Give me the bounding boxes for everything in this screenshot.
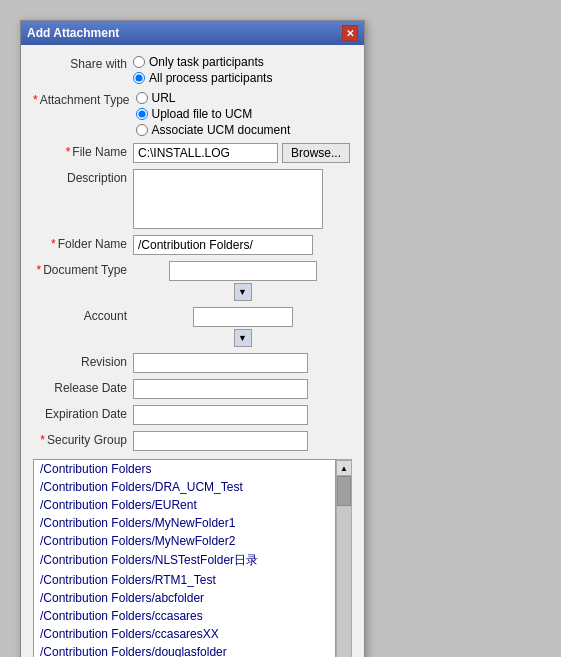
document-type-content: ▼ xyxy=(133,261,352,301)
file-name-required: * xyxy=(66,145,71,159)
dialog-titlebar: Add Attachment ✕ xyxy=(21,21,364,45)
security-group-row: *Security Group xyxy=(33,431,352,451)
file-name-content: Browse... xyxy=(133,143,352,163)
folder-name-required: * xyxy=(51,237,56,251)
folder-name-content xyxy=(133,235,352,255)
folder-dropdown-list[interactable]: /Contribution Folders/Contribution Folde… xyxy=(33,459,336,657)
attachment-associate-radio[interactable] xyxy=(136,124,148,136)
close-button[interactable]: ✕ xyxy=(342,25,358,41)
document-type-input[interactable] xyxy=(169,261,317,281)
share-all-process-radio[interactable] xyxy=(133,72,145,84)
expiration-date-content xyxy=(133,405,352,425)
file-name-label: *File Name xyxy=(33,143,133,159)
share-only-task-label: Only task participants xyxy=(149,55,264,69)
list-item[interactable]: /Contribution Folders/abcfolder xyxy=(34,589,335,607)
attachment-associate-row: Associate UCM document xyxy=(136,123,352,137)
document-type-required: * xyxy=(37,263,42,277)
dialog-body: Share with Only task participants All pr… xyxy=(21,45,364,657)
share-only-task-row: Only task participants xyxy=(133,55,352,69)
share-all-process-row: All process participants xyxy=(133,71,352,85)
list-item[interactable]: /Contribution Folders/RTM1_Test xyxy=(34,571,335,589)
description-content xyxy=(133,169,352,229)
account-row: Account ▼ xyxy=(33,307,352,347)
browse-button[interactable]: Browse... xyxy=(282,143,350,163)
description-textarea[interactable] xyxy=(133,169,323,229)
attachment-url-label: URL xyxy=(152,91,176,105)
dialog-title: Add Attachment xyxy=(27,26,119,40)
list-item[interactable]: /Contribution Folders/DRA_UCM_Test xyxy=(34,478,335,496)
release-date-label: Release Date xyxy=(33,379,133,395)
release-date-row: Release Date xyxy=(33,379,352,399)
description-row: Description xyxy=(33,169,352,229)
scrollbar[interactable]: ▲ ▼ xyxy=(336,459,352,657)
release-date-input[interactable] xyxy=(133,379,308,399)
attachment-type-row: *Attachment Type URL Upload file to UCM … xyxy=(33,91,352,137)
scroll-up-button[interactable]: ▲ xyxy=(336,460,352,476)
attachment-type-label: *Attachment Type xyxy=(33,91,136,107)
description-label: Description xyxy=(33,169,133,185)
attachment-upload-row: Upload file to UCM xyxy=(136,107,352,121)
security-group-content xyxy=(133,431,352,451)
revision-row: Revision xyxy=(33,353,352,373)
document-type-label: *Document Type xyxy=(33,261,133,277)
list-item[interactable]: /Contribution Folders/MyNewFolder2 xyxy=(34,532,335,550)
file-name-input[interactable] xyxy=(133,143,278,163)
list-item[interactable]: /Contribution Folders/douglasfolder xyxy=(34,643,335,657)
release-date-content xyxy=(133,379,352,399)
expiration-date-input[interactable] xyxy=(133,405,308,425)
expiration-date-label: Expiration Date xyxy=(33,405,133,421)
share-with-options: Only task participants All process parti… xyxy=(133,55,352,85)
folder-name-label: *Folder Name xyxy=(33,235,133,251)
list-item[interactable]: /Contribution Folders/NLSTestFolder日录 xyxy=(34,550,335,571)
list-item[interactable]: /Contribution Folders/ccasaresXX xyxy=(34,625,335,643)
attachment-upload-radio[interactable] xyxy=(136,108,148,120)
list-item[interactable]: /Contribution Folders/MyNewFolder1 xyxy=(34,514,335,532)
list-item[interactable]: /Contribution Folders/ccasares xyxy=(34,607,335,625)
scroll-thumb[interactable] xyxy=(337,476,351,506)
list-item[interactable]: /Contribution Folders xyxy=(34,460,335,478)
attachment-type-required: * xyxy=(33,93,38,107)
folder-name-input[interactable] xyxy=(133,235,313,255)
account-input[interactable] xyxy=(193,307,293,327)
security-group-label: *Security Group xyxy=(33,431,133,447)
expiration-date-row: Expiration Date xyxy=(33,405,352,425)
add-attachment-dialog: Add Attachment ✕ Share with Only task pa… xyxy=(20,20,365,657)
share-only-task-radio[interactable] xyxy=(133,56,145,68)
account-label: Account xyxy=(33,307,133,323)
folder-dropdown-container: /Contribution Folders/Contribution Folde… xyxy=(33,459,352,657)
attachment-url-radio[interactable] xyxy=(136,92,148,104)
attachment-url-row: URL xyxy=(136,91,352,105)
revision-label: Revision xyxy=(33,353,133,369)
attachment-type-options: URL Upload file to UCM Associate UCM doc… xyxy=(136,91,352,137)
attachment-associate-label: Associate UCM document xyxy=(152,123,291,137)
document-type-row: *Document Type ▼ xyxy=(33,261,352,301)
revision-input[interactable] xyxy=(133,353,308,373)
security-group-required: * xyxy=(40,433,45,447)
share-with-row: Share with Only task participants All pr… xyxy=(33,55,352,85)
file-name-input-row: Browse... xyxy=(133,143,352,163)
scroll-track xyxy=(337,476,351,657)
share-all-process-label: All process participants xyxy=(149,71,272,85)
list-item[interactable]: /Contribution Folders/EURent xyxy=(34,496,335,514)
folder-name-row: *Folder Name xyxy=(33,235,352,255)
attachment-upload-label: Upload file to UCM xyxy=(152,107,253,121)
account-content: ▼ xyxy=(133,307,352,347)
file-name-row: *File Name Browse... xyxy=(33,143,352,163)
account-dropdown-arrow[interactable]: ▼ xyxy=(234,329,252,347)
revision-content xyxy=(133,353,352,373)
security-group-input[interactable] xyxy=(133,431,308,451)
share-with-label: Share with xyxy=(33,55,133,71)
document-type-dropdown-arrow[interactable]: ▼ xyxy=(234,283,252,301)
